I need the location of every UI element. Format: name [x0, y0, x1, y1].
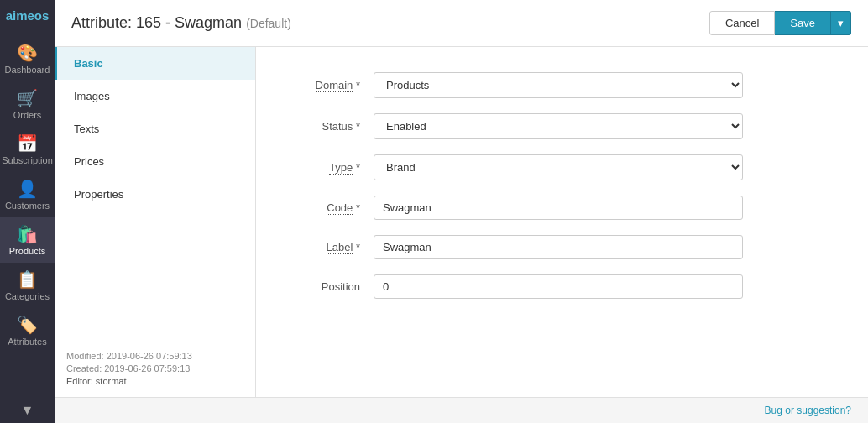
save-dropdown-button[interactable]: ▾ — [831, 11, 851, 35]
left-panel: Basic Images Texts Prices Properties Mod… — [55, 47, 256, 397]
position-label-text: Position — [322, 280, 360, 293]
type-label: Type * — [290, 161, 374, 174]
logo: aimeos — [6, 8, 50, 23]
subscription-icon: 📅 — [17, 133, 38, 154]
categories-icon: 📋 — [17, 269, 38, 290]
save-button[interactable]: Save — [775, 11, 831, 35]
page-title: Attribute: 165 - Swagman (Default) — [71, 14, 291, 32]
domain-label-text: Domain — [316, 79, 353, 92]
status-row: Status * Enabled Disabled — [290, 113, 834, 139]
nav-menu: Basic Images Texts Prices Properties — [55, 47, 255, 342]
position-input[interactable]: 0 — [374, 274, 743, 299]
sidebar-item-categories[interactable]: 📋 Categories — [0, 263, 55, 308]
sidebar-item-products[interactable]: 🛍️ Products — [0, 217, 55, 263]
page-header: Attribute: 165 - Swagman (Default) Cance… — [55, 0, 868, 47]
default-tag: (Default) — [246, 17, 291, 30]
modified-date: Modified: 2019-06-26 07:59:13 — [66, 351, 243, 361]
label-input[interactable]: Swagman — [374, 235, 743, 259]
customers-icon: 👤 — [17, 179, 38, 199]
nav-item-label: Texts — [74, 123, 99, 135]
sidebar: aimeos 🎨 Dashboard 🛒 Orders 📅 Subscripti… — [0, 0, 55, 423]
products-icon: 🛍️ — [17, 224, 38, 244]
nav-item-prices[interactable]: Prices — [55, 145, 255, 178]
sidebar-item-label: Products — [9, 246, 45, 256]
nav-meta: Modified: 2019-06-26 07:59:13 Created: 2… — [55, 342, 255, 397]
nav-item-basic[interactable]: Basic — [55, 47, 255, 80]
sidebar-item-label: Dashboard — [5, 65, 50, 75]
main-area: Attribute: 165 - Swagman (Default) Cance… — [55, 0, 868, 423]
sidebar-item-label: Orders — [13, 110, 42, 120]
nav-item-label: Images — [74, 90, 110, 102]
nav-item-label: Basic — [74, 57, 103, 70]
sidebar-item-orders[interactable]: 🛒 Orders — [0, 81, 55, 127]
sidebar-item-attributes[interactable]: 🏷️ Attributes — [0, 308, 55, 353]
label-label: Label * — [290, 241, 374, 253]
sidebar-item-subscription[interactable]: 📅 Subscription — [0, 127, 55, 172]
type-row: Type * Brand Color Size — [290, 154, 834, 180]
page-footer: Bug or suggestion? — [55, 397, 868, 423]
position-label: Position — [290, 280, 374, 293]
code-row: Code * Swagman — [290, 196, 834, 220]
right-panel: Domain * Products Customers Texts Status… — [256, 47, 868, 397]
nav-item-images[interactable]: Images — [55, 80, 255, 112]
nav-item-texts[interactable]: Texts — [55, 112, 255, 145]
dashboard-icon: 🎨 — [17, 43, 38, 63]
domain-row: Domain * Products Customers Texts — [290, 72, 834, 98]
type-select[interactable]: Brand Color Size — [374, 154, 743, 180]
logo-accent: eos — [28, 8, 50, 23]
nav-item-label: Prices — [74, 155, 104, 168]
domain-label: Domain * — [290, 79, 374, 91]
sidebar-item-dashboard[interactable]: 🎨 Dashboard — [0, 36, 55, 81]
header-actions: Cancel Save ▾ — [709, 11, 851, 35]
type-label-text: Type — [329, 161, 353, 175]
bug-suggestion-link[interactable]: Bug or suggestion? — [765, 405, 851, 416]
code-input[interactable]: Swagman — [374, 196, 743, 220]
attributes-icon: 🏷️ — [17, 315, 38, 335]
code-label-text: Code — [327, 201, 353, 215]
created-date: Created: 2019-06-26 07:59:13 — [66, 363, 243, 373]
domain-select[interactable]: Products Customers Texts — [374, 72, 743, 98]
code-label: Code * — [290, 201, 374, 214]
sidebar-item-label: Categories — [5, 291, 50, 301]
content-area: Basic Images Texts Prices Properties Mod… — [55, 47, 868, 397]
status-label-text: Status — [322, 120, 353, 133]
orders-icon: 🛒 — [17, 88, 38, 108]
sidebar-item-label: Attributes — [8, 337, 46, 347]
sidebar-expand-button[interactable]: ▼ — [21, 403, 34, 418]
position-row: Position 0 — [290, 274, 834, 299]
nav-item-properties[interactable]: Properties — [55, 178, 255, 211]
label-label-text: Label — [327, 241, 353, 254]
logo-text: aim — [6, 8, 28, 23]
sidebar-item-label: Customers — [5, 201, 50, 211]
sidebar-item-label: Subscription — [2, 155, 53, 165]
page-title-text: Attribute: 165 - Swagman — [71, 14, 242, 31]
status-label: Status * — [290, 120, 374, 133]
nav-item-label: Properties — [74, 188, 123, 201]
editor-info: Editor: stormat — [66, 376, 243, 386]
cancel-button[interactable]: Cancel — [709, 11, 775, 35]
label-row: Label * Swagman — [290, 235, 834, 259]
status-select[interactable]: Enabled Disabled — [374, 113, 743, 139]
sidebar-item-customers[interactable]: 👤 Customers — [0, 172, 55, 217]
